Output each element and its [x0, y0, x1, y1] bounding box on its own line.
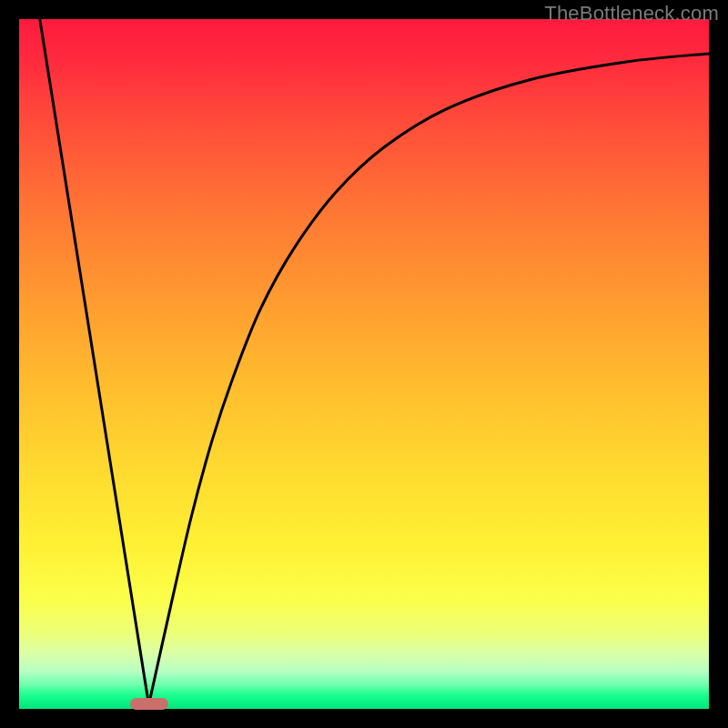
plot-area	[19, 19, 709, 709]
curve-layer	[19, 19, 709, 709]
watermark-text: TheBottleneck.com	[544, 2, 719, 25]
curve-right-branch	[149, 54, 709, 705]
curve-left-branch	[40, 19, 149, 704]
chart-container: TheBottleneck.com	[0, 0, 728, 728]
bottleneck-marker	[130, 698, 168, 710]
